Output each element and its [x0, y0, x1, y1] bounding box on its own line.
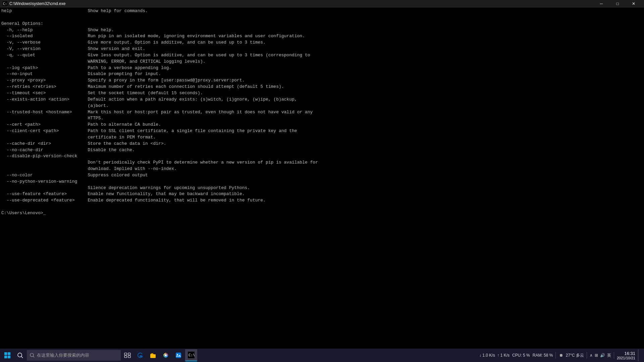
- terminal-content: help Show help for commands. General Opt…: [0, 7, 644, 217]
- speaker-icon[interactable]: 🔊: [600, 353, 605, 358]
- system-tray: ∧ ⊞ 🔊 英: [590, 353, 611, 358]
- svg-text:C:\: C:\: [3, 2, 7, 6]
- cmd-icon: C:\: [3, 1, 7, 6]
- photos-button[interactable]: [172, 349, 184, 361]
- chrome-button[interactable]: [160, 349, 172, 361]
- close-button[interactable]: ✕: [626, 0, 641, 7]
- divider2: [587, 352, 587, 359]
- svg-rect-2: [4, 352, 7, 355]
- search-bar[interactable]: 在这里输入你要搜索的内容: [27, 350, 121, 361]
- divider: [555, 352, 556, 359]
- svg-rect-11: [128, 353, 130, 355]
- svg-rect-13: [128, 356, 130, 358]
- maximize-button[interactable]: □: [610, 0, 625, 7]
- task-view-button[interactable]: [121, 349, 133, 361]
- title-bar-left: C:\ C:\Windows\system32\cmd.exe: [3, 1, 65, 6]
- taskbar-left: 在这里输入你要搜索的内容: [1, 349, 197, 361]
- language-indicator[interactable]: 英: [607, 353, 611, 358]
- edge-browser-button[interactable]: [134, 349, 146, 361]
- svg-rect-12: [124, 356, 127, 358]
- divider3: [614, 352, 614, 359]
- svg-rect-10: [124, 353, 127, 355]
- svg-rect-5: [8, 356, 10, 358]
- start-button[interactable]: [1, 349, 13, 361]
- svg-rect-14: [150, 354, 156, 358]
- search-button[interactable]: [14, 349, 26, 361]
- svg-point-8: [30, 353, 34, 357]
- weather-info: 27°C 多云: [558, 353, 584, 358]
- clock-time: 16:31: [617, 351, 635, 356]
- cmd-taskbar-button[interactable]: C:\: [185, 349, 197, 361]
- show-desktop-button[interactable]: [638, 349, 640, 361]
- search-placeholder: 在这里输入你要搜索的内容: [37, 352, 89, 358]
- svg-point-18: [177, 354, 178, 355]
- file-explorer-button[interactable]: [147, 349, 159, 361]
- network-icon[interactable]: ⊞: [595, 353, 598, 358]
- window-title: C:\Windows\system32\cmd.exe: [9, 1, 65, 6]
- ram-usage: RAM: 58 %: [533, 353, 553, 358]
- taskbar: 在这里输入你要搜索的内容: [0, 349, 644, 362]
- title-bar: C:\ C:\Windows\system32\cmd.exe ─ □ ✕: [0, 0, 644, 7]
- svg-line-9: [33, 356, 34, 357]
- svg-rect-17: [176, 353, 181, 358]
- svg-point-6: [18, 353, 22, 357]
- clock-date: 2021/10/21: [617, 356, 635, 360]
- svg-point-16: [165, 354, 167, 356]
- window-controls: ─ □ ✕: [594, 0, 641, 7]
- svg-line-7: [21, 357, 23, 358]
- cpu-usage: CPU: 5 %: [512, 353, 530, 358]
- svg-rect-3: [8, 352, 10, 355]
- taskbar-right: ↓ 1.0 K/s ↑ 1 K/s CPU: 5 % RAM: 58 % 27°…: [479, 349, 643, 361]
- minimize-button[interactable]: ─: [594, 0, 609, 7]
- expand-tray-icon[interactable]: ∧: [590, 353, 593, 358]
- svg-rect-4: [4, 356, 7, 358]
- clock[interactable]: 16:31 2021/10/21: [617, 351, 635, 360]
- network-speed: ↓ 1.0 K/s ↑ 1 K/s: [479, 353, 509, 358]
- svg-text:C:\: C:\: [189, 353, 195, 357]
